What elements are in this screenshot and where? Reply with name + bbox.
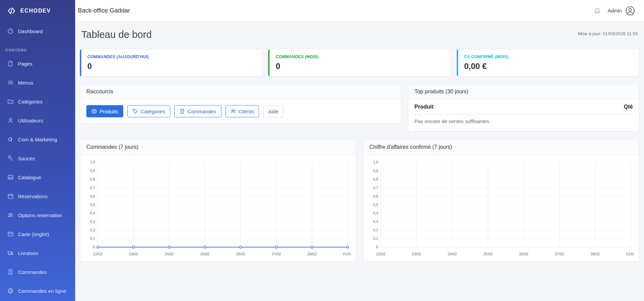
stat-value: 0,00 € xyxy=(464,62,633,71)
sidebar-item-carte-onglet[interactable]: Carte (onglet) xyxy=(0,225,75,244)
sidebar-section-label: CONTENU xyxy=(0,41,75,54)
shortcut-button-label: Produits xyxy=(100,109,118,114)
chart-card-chiffre-affaires: Chiffre d'affaires confirmé (7 jours) 00… xyxy=(363,139,639,262)
stat-value: 0 xyxy=(87,62,256,71)
chart-title-chiffre-affaires: Chiffre d'affaires confirmé (7 jours) xyxy=(363,140,639,155)
sidebar-item-reservations[interactable]: Réservations xyxy=(0,187,75,206)
sidebar-item-label: Catégories xyxy=(18,99,43,105)
stat-label: COMMANDES (MOIS) xyxy=(276,54,444,59)
svg-text:25/02: 25/02 xyxy=(200,252,210,256)
sidebar-item-pages[interactable]: Pages xyxy=(0,54,75,73)
sidebar-item-label: Options reservation xyxy=(18,212,62,218)
truck-icon xyxy=(7,250,14,256)
sidebar-item-com-marketing[interactable]: Com & Marketing xyxy=(0,130,75,149)
sidebar-item-label: Catalogue xyxy=(18,175,41,180)
card-icon xyxy=(7,231,14,237)
shortcut-button-label: Clients xyxy=(239,109,254,114)
svg-text:23/02: 23/02 xyxy=(129,252,138,256)
svg-text:0,3: 0,3 xyxy=(373,219,378,224)
user-icon xyxy=(7,117,14,123)
sidebar-item-label: Menus xyxy=(18,80,33,86)
bell-icon xyxy=(594,7,601,14)
sidebar-item-sauces[interactable]: Sauces xyxy=(0,149,75,168)
file-icon xyxy=(7,61,14,67)
user-menu[interactable]: Admin xyxy=(607,6,635,16)
svg-text:0,7: 0,7 xyxy=(373,186,378,190)
globe-icon xyxy=(7,288,14,294)
stat-label: COMMANDES (AUJOURD'HUI) xyxy=(87,54,256,59)
shortcut-aide-button[interactable]: Aide xyxy=(263,106,283,117)
box-icon xyxy=(91,109,97,114)
topbar-title: Back-office Gaddar xyxy=(78,7,130,14)
receipt-icon xyxy=(179,109,185,114)
svg-text:0,1: 0,1 xyxy=(373,236,378,240)
shortcut-button-label: Catégories xyxy=(141,109,165,114)
sidebar-item-label: Livraison xyxy=(18,250,38,256)
last-updated: Mise à jour: 01/03/2026 11:55 xyxy=(578,31,638,36)
sidebar-item-catalogue[interactable]: Catalogue xyxy=(0,168,75,187)
list-icon xyxy=(7,79,14,86)
sidebar-item-categories[interactable]: Catégories xyxy=(0,92,75,111)
svg-text:0,2: 0,2 xyxy=(90,228,95,232)
column-header-produit: Produit xyxy=(414,99,562,115)
notifications-button[interactable] xyxy=(594,7,601,14)
receipt-icon xyxy=(7,269,14,275)
svg-text:0,8: 0,8 xyxy=(90,177,95,181)
sidebar-item-commandes[interactable]: Commandes xyxy=(0,262,75,281)
sidebar-item-label: Commandes xyxy=(18,269,47,275)
sidebar-item-livraison[interactable]: Livraison xyxy=(0,244,75,262)
sidebar-item-menus[interactable]: Menus xyxy=(0,73,75,92)
svg-text:25/02: 25/02 xyxy=(484,252,493,256)
shortcuts-title: Raccourcis xyxy=(80,84,401,99)
page-title: Tableau de bord xyxy=(81,29,152,40)
sidebar-item-commandes-en-ligne[interactable]: Commandes en ligne xyxy=(0,281,75,300)
svg-text:24/02: 24/02 xyxy=(448,252,457,256)
svg-text:0,9: 0,9 xyxy=(90,169,95,173)
svg-text:0,7: 0,7 xyxy=(90,186,95,190)
top-products-title: Top produits (30 jours) xyxy=(408,84,639,99)
sidebar-item-label: Utilisateurs xyxy=(18,118,43,123)
svg-text:26/02: 26/02 xyxy=(519,252,528,256)
sidebar: ECHODEV DashboardCONTENUPagesMenusCatégo… xyxy=(0,0,75,301)
svg-text:0,6: 0,6 xyxy=(373,194,378,198)
page-head: Tableau de bord Mise à jour: 01/03/2026 … xyxy=(81,29,638,40)
top-products-card: Top produits (30 jours) Produit Qté xyxy=(408,84,639,131)
image-icon xyxy=(7,174,14,180)
shortcut-button-label: Commandes xyxy=(188,109,216,114)
stat-value: 0 xyxy=(276,62,444,71)
avatar-icon xyxy=(625,6,635,16)
spoon-icon xyxy=(7,155,14,161)
stat-card: COMMANDES (MOIS) 0 xyxy=(268,49,451,76)
svg-text:0,9: 0,9 xyxy=(373,169,378,173)
svg-text:28/02: 28/02 xyxy=(591,252,600,256)
sidebar-item-label: Com & Marketing xyxy=(18,137,57,142)
main: Back-office Gaddar Admin Tableau de bord… xyxy=(75,0,644,301)
shortcut-produits-button[interactable]: Produits xyxy=(86,105,123,117)
app: ECHODEV DashboardCONTENUPagesMenusCatégo… xyxy=(0,0,644,301)
shortcut-clients-button[interactable]: Clients xyxy=(226,105,259,117)
content: Tableau de bord Mise à jour: 01/03/2026 … xyxy=(75,22,644,301)
svg-text:28/02: 28/02 xyxy=(307,252,317,256)
user-name: Admin xyxy=(607,8,622,14)
svg-text:22/02: 22/02 xyxy=(376,252,385,256)
sliders-icon xyxy=(7,212,14,218)
empty-state-text: Pas encore de ventes suffisantes. xyxy=(414,115,633,129)
svg-text:0,8: 0,8 xyxy=(373,177,378,181)
logo[interactable]: ECHODEV xyxy=(0,0,75,22)
shortcut-commandes-button[interactable]: Commandes xyxy=(174,105,221,117)
sidebar-item-options-reservation[interactable]: Options reservation xyxy=(0,206,75,225)
svg-text:1,0: 1,0 xyxy=(373,160,378,164)
sidebar-item-dashboard[interactable]: Dashboard xyxy=(0,22,75,41)
shortcut-categories-button[interactable]: Catégories xyxy=(127,105,170,117)
svg-text:0,3: 0,3 xyxy=(90,219,95,224)
svg-text:26/02: 26/02 xyxy=(236,252,245,256)
sidebar-item-utilisateurs[interactable]: Utilisateurs xyxy=(0,111,75,130)
svg-text:0,5: 0,5 xyxy=(373,203,378,207)
svg-text:0,5: 0,5 xyxy=(90,203,95,207)
svg-text:0,2: 0,2 xyxy=(373,228,378,232)
stats-row: COMMANDES (AUJOURD'HUI) 0 COMMANDES (MOI… xyxy=(80,49,639,76)
svg-text:0,4: 0,4 xyxy=(90,211,95,215)
svg-text:0: 0 xyxy=(376,245,378,249)
shortcut-button-label: Aide xyxy=(268,109,278,114)
shortcut-buttons: ProduitsCatégoriesCommandesClientsAide xyxy=(80,99,401,123)
